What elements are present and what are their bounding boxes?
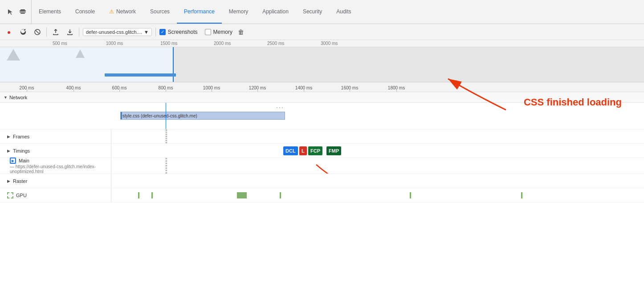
layers-tool[interactable] bbox=[18, 7, 28, 17]
dashed-line-2 bbox=[167, 129, 167, 143]
l-badge[interactable]: L bbox=[299, 146, 307, 155]
main-play-icon: ▶ bbox=[10, 158, 16, 164]
overview-time-500: 500 ms bbox=[53, 41, 67, 46]
tick-400 bbox=[73, 89, 74, 92]
overview-content[interactable] bbox=[0, 47, 644, 82]
gpu-bar-5 bbox=[410, 192, 411, 198]
tab-network[interactable]: ⚠ Network bbox=[102, 0, 143, 24]
tab-sources[interactable]: Sources bbox=[143, 0, 177, 24]
raster-expand-icon: ▶ bbox=[7, 179, 10, 183]
reload-record-button[interactable] bbox=[18, 27, 29, 37]
network-section-header[interactable]: ▼ Network bbox=[0, 92, 644, 103]
detail-panel: 200 ms 400 ms 600 ms 800 ms 1000 ms 1200… bbox=[0, 82, 644, 283]
raster-label[interactable]: ▶ Raster bbox=[0, 174, 111, 188]
svg-rect-1 bbox=[20, 12, 26, 12]
tab-memory[interactable]: Memory bbox=[222, 0, 255, 24]
tick-200 bbox=[27, 89, 27, 92]
dashed-line-1 bbox=[166, 129, 166, 143]
overview-time-ruler: 500 ms 1000 ms 1500 ms 2000 ms 2500 ms 3… bbox=[0, 40, 644, 47]
tracks-area: ▶ Frames ▶ Timings DCL bbox=[0, 129, 644, 283]
frames-content[interactable] bbox=[111, 129, 644, 143]
gpu-label[interactable]: GPU bbox=[0, 188, 111, 202]
frames-expand-icon: ▶ bbox=[7, 134, 10, 139]
memory-toggle[interactable]: Memory bbox=[205, 29, 232, 35]
main-content: 500 ms 1000 ms 1500 ms 2000 ms 2500 ms 3… bbox=[0, 40, 644, 283]
gpu-bar-4 bbox=[280, 192, 281, 198]
chevron-down-icon: ▼ bbox=[144, 29, 149, 35]
tick-1200 bbox=[257, 89, 258, 92]
performance-toolbar: ● defer-unused-css.glitch.... ▼ ✓ Screen… bbox=[0, 24, 644, 40]
screenshots-checkbox[interactable]: ✓ bbox=[159, 29, 166, 35]
timeline-overview[interactable]: 500 ms 1000 ms 1500 ms 2000 ms 2500 ms 3… bbox=[0, 40, 644, 82]
warning-icon: ⚠ bbox=[109, 8, 114, 15]
overview-time-1500: 1500 ms bbox=[160, 41, 177, 46]
raster-content[interactable] bbox=[111, 174, 644, 188]
network-track[interactable]: style.css (defer-unused-css.glitch.me) ·… bbox=[0, 103, 644, 129]
divider-1 bbox=[46, 28, 47, 36]
gpu-bar-3 bbox=[237, 192, 247, 198]
stop-button[interactable] bbox=[32, 27, 43, 37]
overview-dimmed bbox=[174, 47, 644, 82]
fcp-badge[interactable]: FCP bbox=[308, 146, 322, 155]
tick-600 bbox=[119, 89, 120, 92]
network-section-wrapper: ▼ Network style.css (defer-unused-css.gl… bbox=[0, 92, 644, 129]
network-expand-icon: ▼ bbox=[4, 95, 8, 100]
timings-track-row: ▶ Timings DCL L FCP FMP bbox=[0, 144, 644, 158]
tab-performance[interactable]: Performance bbox=[177, 0, 222, 24]
svg-rect-0 bbox=[20, 10, 26, 11]
css-request-bar[interactable]: style.css (defer-unused-css.glitch.me) bbox=[120, 112, 285, 120]
main-content-track[interactable]: FCP bbox=[111, 158, 644, 174]
cursor-tool[interactable] bbox=[5, 7, 15, 17]
tab-elements[interactable]: Elements bbox=[32, 0, 68, 24]
overview-selection-right bbox=[0, 47, 174, 82]
overview-cursor-line bbox=[173, 47, 174, 82]
divider-2 bbox=[79, 28, 79, 36]
overview-time-2500: 2500 ms bbox=[267, 41, 284, 46]
overview-time-2000: 2000 ms bbox=[214, 41, 231, 46]
divider-3 bbox=[155, 28, 156, 36]
tab-audits[interactable]: Audits bbox=[329, 0, 358, 24]
gpu-bar-2 bbox=[151, 192, 153, 198]
fmp-badge[interactable]: FMP bbox=[326, 146, 341, 155]
more-items-dots: ··· bbox=[276, 104, 284, 111]
gpu-content[interactable] bbox=[111, 188, 644, 202]
tab-console[interactable]: Console bbox=[68, 0, 102, 24]
svg-line-5 bbox=[36, 30, 39, 33]
overview-time-1000: 1000 ms bbox=[106, 41, 123, 46]
gpu-bar-6 bbox=[521, 192, 522, 198]
timings-label[interactable]: ▶ Timings bbox=[0, 144, 111, 158]
main-track-row: ▶ Main — https://defer-unused-css.glitch… bbox=[0, 158, 644, 174]
download-button[interactable] bbox=[65, 27, 75, 37]
fcp-annotation: FCP bbox=[307, 158, 361, 174]
frames-track-row: ▶ Frames bbox=[0, 129, 644, 144]
tick-1800 bbox=[396, 89, 397, 92]
tick-800 bbox=[166, 89, 166, 92]
fcp-arrow-svg bbox=[307, 158, 361, 174]
tick-1600 bbox=[350, 89, 350, 92]
svg-rect-2 bbox=[20, 9, 25, 10]
timings-content[interactable]: DCL L FCP FMP bbox=[111, 144, 644, 158]
dcl-badge[interactable]: DCL bbox=[283, 146, 298, 155]
tick-1400 bbox=[304, 89, 304, 92]
tab-application[interactable]: Application bbox=[255, 0, 296, 24]
devtools-icons bbox=[2, 0, 32, 24]
memory-checkbox[interactable] bbox=[205, 29, 211, 35]
timings-expand-icon: ▶ bbox=[7, 149, 10, 153]
gpu-dashed-icon bbox=[7, 192, 13, 198]
main-label[interactable]: ▶ Main — https://defer-unused-css.glitch… bbox=[0, 158, 111, 174]
record-button[interactable]: ● bbox=[4, 27, 14, 37]
main-label-inner: ▶ Main bbox=[10, 158, 29, 164]
upload-button[interactable] bbox=[50, 27, 61, 37]
main-dashed-1 bbox=[166, 158, 166, 174]
screenshots-toggle[interactable]: ✓ Screenshots bbox=[159, 29, 198, 35]
tab-bar: Elements Console ⚠ Network Sources Perfo… bbox=[0, 0, 644, 24]
tab-security[interactable]: Security bbox=[296, 0, 329, 24]
profile-selector[interactable]: defer-unused-css.glitch.... ▼ bbox=[83, 28, 152, 36]
overview-time-3000: 3000 ms bbox=[321, 41, 338, 46]
gpu-track-row: GPU bbox=[0, 188, 644, 202]
tick-1000 bbox=[212, 89, 212, 92]
frames-label[interactable]: ▶ Frames bbox=[0, 129, 111, 143]
overview-network-bar bbox=[105, 73, 176, 77]
clear-button[interactable]: 🗑 bbox=[236, 28, 246, 36]
gpu-bar-1 bbox=[138, 192, 139, 198]
